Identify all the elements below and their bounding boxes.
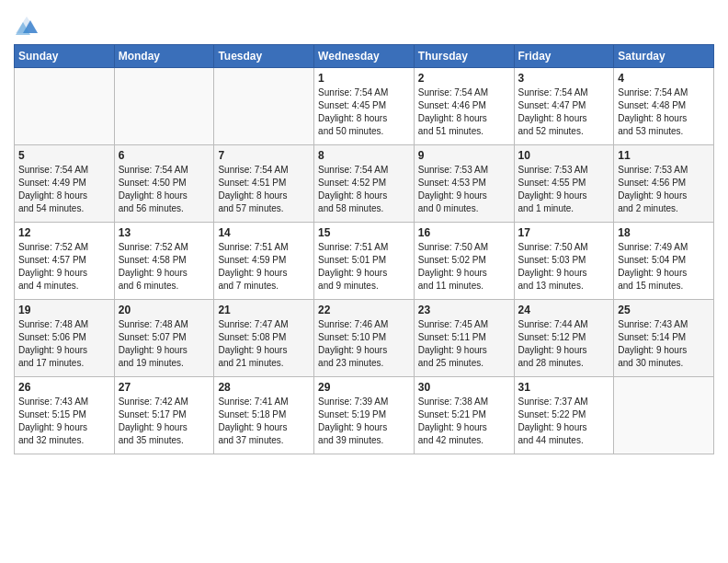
day-info: Sunrise: 7:54 AM Sunset: 4:48 PM Dayligh… — [618, 86, 710, 138]
day-info: Sunrise: 7:47 AM Sunset: 5:08 PM Dayligh… — [218, 318, 310, 370]
day-info: Sunrise: 7:42 AM Sunset: 5:17 PM Dayligh… — [119, 396, 210, 447]
col-wednesday: Wednesday — [314, 45, 415, 68]
day-number: 23 — [418, 304, 510, 316]
day-number: 2 — [418, 72, 510, 85]
day-number: 24 — [518, 304, 610, 316]
day-info: Sunrise: 7:54 AM Sunset: 4:47 PM Dayligh… — [518, 86, 610, 138]
day-info: Sunrise: 7:53 AM Sunset: 4:56 PM Dayligh… — [618, 164, 710, 215]
day-info: Sunrise: 7:45 AM Sunset: 5:11 PM Dayligh… — [418, 318, 510, 370]
calendar-cell: 31Sunrise: 7:37 AM Sunset: 5:22 PM Dayli… — [514, 377, 614, 454]
calendar-cell: 9Sunrise: 7:53 AM Sunset: 4:53 PM Daylig… — [414, 145, 514, 223]
day-info: Sunrise: 7:50 AM Sunset: 5:02 PM Dayligh… — [418, 241, 510, 293]
calendar-cell: 3Sunrise: 7:54 AM Sunset: 4:47 PM Daylig… — [514, 68, 614, 145]
calendar-cell: 1Sunrise: 7:54 AM Sunset: 4:45 PM Daylig… — [314, 68, 415, 145]
day-number: 11 — [618, 149, 710, 162]
calendar-cell — [114, 68, 214, 145]
day-number: 6 — [119, 149, 210, 162]
day-info: Sunrise: 7:41 AM Sunset: 5:18 PM Dayligh… — [218, 396, 310, 447]
day-info: Sunrise: 7:54 AM Sunset: 4:49 PM Dayligh… — [18, 164, 110, 215]
day-info: Sunrise: 7:54 AM Sunset: 4:46 PM Dayligh… — [418, 86, 510, 138]
col-sunday: Sunday — [15, 45, 115, 68]
day-number: 21 — [218, 304, 310, 316]
day-number: 25 — [618, 304, 710, 316]
day-info: Sunrise: 7:54 AM Sunset: 4:52 PM Dayligh… — [318, 164, 410, 215]
week-row-5: 26Sunrise: 7:43 AM Sunset: 5:15 PM Dayli… — [15, 377, 714, 454]
day-number: 13 — [119, 226, 210, 239]
calendar-cell: 11Sunrise: 7:53 AM Sunset: 4:56 PM Dayli… — [614, 145, 714, 223]
calendar-cell: 18Sunrise: 7:49 AM Sunset: 5:04 PM Dayli… — [614, 223, 714, 300]
calendar-cell: 4Sunrise: 7:54 AM Sunset: 4:48 PM Daylig… — [614, 68, 714, 145]
day-number: 9 — [418, 149, 510, 162]
week-row-1: 1Sunrise: 7:54 AM Sunset: 4:45 PM Daylig… — [15, 68, 714, 145]
calendar-cell: 17Sunrise: 7:50 AM Sunset: 5:03 PM Dayli… — [514, 223, 614, 300]
calendar-cell: 10Sunrise: 7:53 AM Sunset: 4:55 PM Dayli… — [514, 145, 614, 223]
header — [14, 9, 714, 39]
day-number: 4 — [618, 72, 710, 85]
calendar-cell: 27Sunrise: 7:42 AM Sunset: 5:17 PM Dayli… — [114, 377, 214, 454]
col-saturday: Saturday — [614, 45, 714, 68]
calendar-cell: 2Sunrise: 7:54 AM Sunset: 4:46 PM Daylig… — [414, 68, 514, 145]
day-number: 19 — [18, 304, 110, 316]
day-info: Sunrise: 7:43 AM Sunset: 5:15 PM Dayligh… — [18, 396, 110, 447]
calendar-cell: 16Sunrise: 7:50 AM Sunset: 5:02 PM Dayli… — [414, 223, 514, 300]
calendar-cell: 26Sunrise: 7:43 AM Sunset: 5:15 PM Dayli… — [15, 377, 115, 454]
day-number: 7 — [218, 149, 310, 162]
calendar-table: Sunday Monday Tuesday Wednesday Thursday… — [14, 44, 714, 454]
col-tuesday: Tuesday — [214, 45, 314, 68]
calendar-cell: 8Sunrise: 7:54 AM Sunset: 4:52 PM Daylig… — [314, 145, 415, 223]
day-info: Sunrise: 7:51 AM Sunset: 4:59 PM Dayligh… — [218, 241, 310, 293]
day-number: 5 — [18, 149, 110, 162]
day-info: Sunrise: 7:54 AM Sunset: 4:51 PM Dayligh… — [218, 164, 310, 215]
calendar-cell: 6Sunrise: 7:54 AM Sunset: 4:50 PM Daylig… — [114, 145, 214, 223]
calendar-cell: 24Sunrise: 7:44 AM Sunset: 5:12 PM Dayli… — [514, 300, 614, 377]
calendar-cell — [15, 68, 115, 145]
day-info: Sunrise: 7:54 AM Sunset: 4:45 PM Dayligh… — [318, 86, 410, 138]
day-number: 27 — [119, 381, 210, 394]
calendar-cell: 12Sunrise: 7:52 AM Sunset: 4:57 PM Dayli… — [15, 223, 115, 300]
logo-icon — [14, 13, 40, 39]
day-info: Sunrise: 7:53 AM Sunset: 4:55 PM Dayligh… — [518, 164, 610, 215]
day-number: 1 — [318, 72, 410, 85]
logo — [14, 13, 43, 39]
day-info: Sunrise: 7:39 AM Sunset: 5:19 PM Dayligh… — [318, 396, 410, 447]
day-number: 31 — [518, 381, 610, 394]
day-number: 15 — [318, 226, 410, 239]
calendar-cell — [614, 377, 714, 454]
day-info: Sunrise: 7:53 AM Sunset: 4:53 PM Dayligh… — [418, 164, 510, 215]
day-info: Sunrise: 7:51 AM Sunset: 5:01 PM Dayligh… — [318, 241, 410, 293]
calendar-cell: 22Sunrise: 7:46 AM Sunset: 5:10 PM Dayli… — [314, 300, 415, 377]
day-number: 20 — [119, 304, 210, 316]
col-friday: Friday — [514, 45, 614, 68]
day-info: Sunrise: 7:37 AM Sunset: 5:22 PM Dayligh… — [518, 396, 610, 447]
day-info: Sunrise: 7:52 AM Sunset: 4:57 PM Dayligh… — [18, 241, 110, 293]
calendar-cell: 21Sunrise: 7:47 AM Sunset: 5:08 PM Dayli… — [214, 300, 314, 377]
calendar-cell: 28Sunrise: 7:41 AM Sunset: 5:18 PM Dayli… — [214, 377, 314, 454]
day-number: 14 — [218, 226, 310, 239]
calendar-cell: 29Sunrise: 7:39 AM Sunset: 5:19 PM Dayli… — [314, 377, 415, 454]
day-number: 18 — [618, 226, 710, 239]
col-thursday: Thursday — [414, 45, 514, 68]
calendar-cell: 7Sunrise: 7:54 AM Sunset: 4:51 PM Daylig… — [214, 145, 314, 223]
day-number: 17 — [518, 226, 610, 239]
day-number: 26 — [18, 381, 110, 394]
day-number: 22 — [318, 304, 410, 316]
day-info: Sunrise: 7:48 AM Sunset: 5:06 PM Dayligh… — [18, 318, 110, 370]
day-number: 8 — [318, 149, 410, 162]
day-info: Sunrise: 7:44 AM Sunset: 5:12 PM Dayligh… — [518, 318, 610, 370]
week-row-3: 12Sunrise: 7:52 AM Sunset: 4:57 PM Dayli… — [15, 223, 714, 300]
week-row-4: 19Sunrise: 7:48 AM Sunset: 5:06 PM Dayli… — [15, 300, 714, 377]
day-number: 28 — [218, 381, 310, 394]
page: Sunday Monday Tuesday Wednesday Thursday… — [0, 0, 728, 563]
day-info: Sunrise: 7:54 AM Sunset: 4:50 PM Dayligh… — [119, 164, 210, 215]
day-number: 12 — [18, 226, 110, 239]
calendar-cell — [214, 68, 314, 145]
calendar-cell: 5Sunrise: 7:54 AM Sunset: 4:49 PM Daylig… — [15, 145, 115, 223]
calendar-cell: 13Sunrise: 7:52 AM Sunset: 4:58 PM Dayli… — [114, 223, 214, 300]
calendar-cell: 14Sunrise: 7:51 AM Sunset: 4:59 PM Dayli… — [214, 223, 314, 300]
calendar-cell: 15Sunrise: 7:51 AM Sunset: 5:01 PM Dayli… — [314, 223, 415, 300]
day-info: Sunrise: 7:49 AM Sunset: 5:04 PM Dayligh… — [618, 241, 710, 293]
calendar-cell: 30Sunrise: 7:38 AM Sunset: 5:21 PM Dayli… — [414, 377, 514, 454]
day-info: Sunrise: 7:50 AM Sunset: 5:03 PM Dayligh… — [518, 241, 610, 293]
day-number: 16 — [418, 226, 510, 239]
day-number: 10 — [518, 149, 610, 162]
